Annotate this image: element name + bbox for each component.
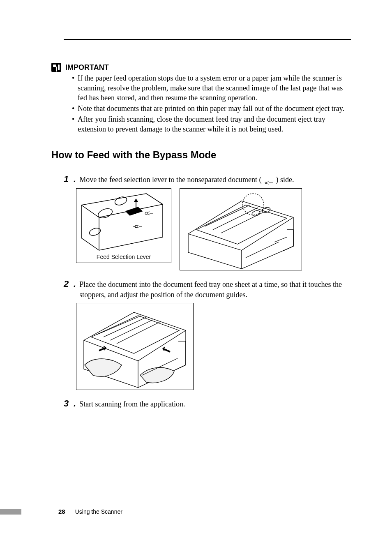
svg-line-11 bbox=[137, 225, 139, 226]
step-number: 1 bbox=[64, 173, 73, 185]
figure-caption: Feed Selection Lever bbox=[97, 252, 151, 263]
nonseparated-document-icon bbox=[264, 178, 273, 183]
bullet-item: If the paper feed operation stops due to… bbox=[72, 74, 351, 103]
step-dot: . bbox=[74, 278, 76, 290]
page-number: 28 bbox=[58, 508, 65, 515]
step-body: Move the feed selection lever to the non… bbox=[79, 175, 351, 185]
svg-point-6 bbox=[145, 212, 148, 215]
step-number: 2 bbox=[64, 278, 73, 290]
footer-accent-bar bbox=[0, 509, 21, 515]
svg-point-0 bbox=[265, 182, 267, 184]
step-3: 3. Start scanning from the application. bbox=[64, 397, 351, 410]
svg-point-15 bbox=[88, 227, 101, 237]
step-number: 3 bbox=[64, 397, 73, 410]
important-bullets: If the paper feed operation stops due to… bbox=[64, 74, 351, 134]
important-header: IMPORTANT bbox=[51, 63, 351, 72]
svg-line-2 bbox=[267, 184, 269, 184]
page-footer: 28 Using the Scanner bbox=[0, 508, 392, 515]
section-heading: How to Feed with the Bypass Mode bbox=[51, 149, 351, 161]
figure-place-document bbox=[76, 303, 194, 390]
svg-line-12 bbox=[137, 227, 139, 228]
important-label: IMPORTANT bbox=[65, 63, 109, 72]
footer-chapter-label: Using the Scanner bbox=[75, 508, 122, 515]
step-1: 1. Move the feed selection lever to the … bbox=[64, 173, 351, 185]
svg-line-7 bbox=[148, 212, 150, 212]
step-body: Start scanning from the application. bbox=[79, 399, 351, 409]
figure-feed-selection-lever: Feed Selection Lever bbox=[76, 188, 171, 263]
header-rule bbox=[64, 39, 351, 40]
step-2: 2. Place the document into the document … bbox=[64, 278, 351, 300]
bullet-item: Note that documents that are printed on … bbox=[72, 104, 351, 114]
svg-line-8 bbox=[148, 214, 150, 215]
step-body: Place the document into the document fee… bbox=[79, 279, 351, 300]
important-icon bbox=[51, 63, 61, 72]
step-dot: . bbox=[74, 173, 76, 185]
svg-point-18 bbox=[242, 194, 264, 215]
svg-point-4 bbox=[97, 207, 114, 220]
step-dot: . bbox=[74, 397, 76, 410]
step-text-part: Move the feed selection lever to the non… bbox=[79, 175, 261, 184]
step-text-part: ) side. bbox=[276, 175, 294, 184]
bullet-item: After you finish scanning, close the doc… bbox=[72, 115, 351, 134]
svg-line-1 bbox=[267, 182, 269, 182]
step-1-figures: Feed Selection Lever bbox=[76, 188, 351, 270]
figure-scanner-lever-location bbox=[180, 188, 302, 270]
